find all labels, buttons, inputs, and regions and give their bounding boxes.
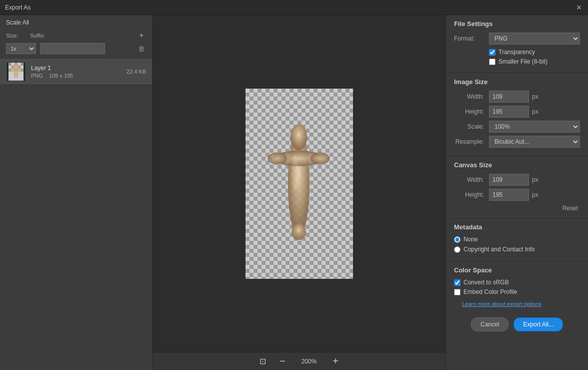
scale-all-title: Scale All xyxy=(6,19,29,26)
color-space-section: Color Space Convert to sRGB Embed Color … xyxy=(446,261,588,312)
canvas-height-label: Height: xyxy=(454,191,489,198)
metadata-copyright-label[interactable]: Copyright and Contact Info xyxy=(464,246,535,253)
svg-point-14 xyxy=(268,152,286,164)
metadata-section: Metadata None Copyright and Contact Info xyxy=(446,218,588,261)
titlebar: Export As ✕ xyxy=(0,0,588,15)
canvas-height-input[interactable] xyxy=(489,189,529,201)
metadata-none-row: None xyxy=(454,236,580,243)
scale-controls-row: 0.5x 1x 2x 3x 🗑 xyxy=(0,42,152,58)
canvas-width-unit: px xyxy=(532,176,538,183)
scale-all-header: Scale All xyxy=(0,15,152,29)
image-size-section: Image Size Width: px Height: px Scale: 2… xyxy=(446,73,588,156)
suffix-input[interactable] xyxy=(40,43,105,54)
metadata-none-label[interactable]: None xyxy=(464,236,478,243)
image-container xyxy=(246,89,353,279)
height-row: Height: px xyxy=(454,106,580,118)
svg-point-13 xyxy=(290,124,307,150)
file-settings-title: File Settings xyxy=(454,20,580,28)
resample-row: Resample: Bicubic Aut... Bicubic Bilinea… xyxy=(454,136,580,148)
embed-profile-row: Embed Color Profile xyxy=(454,288,580,295)
width-input[interactable] xyxy=(489,91,529,103)
transparency-label[interactable]: Transparency xyxy=(498,49,535,56)
width-row: Width: px xyxy=(454,91,580,103)
export-all-button[interactable]: Export All... xyxy=(514,317,563,331)
transparency-row: Transparency xyxy=(454,49,580,56)
scale-row: Scale: 25% 50% 75% 100% 200% xyxy=(454,121,580,133)
right-panel: File Settings Format: PNG JPEG GIF SVG W… xyxy=(446,15,588,370)
scale-dropdown[interactable]: 25% 50% 75% 100% 200% xyxy=(489,121,580,133)
layer-format-dimensions: PNG 109 x 195 xyxy=(31,73,122,79)
layer-item[interactable]: Layer 1 PNG 109 x 195 22.4 KB xyxy=(0,58,152,85)
layer-name: Layer 1 xyxy=(31,65,122,72)
metadata-copyright-radio[interactable] xyxy=(454,246,460,253)
add-scale-button[interactable]: + xyxy=(137,31,146,40)
canvas-height-row: Height: px xyxy=(454,189,580,201)
metadata-title: Metadata xyxy=(454,223,580,231)
footer-buttons: Cancel Export All... xyxy=(446,312,588,336)
reset-button[interactable]: Reset xyxy=(560,204,580,213)
convert-srgb-row: Convert to sRGB xyxy=(454,279,580,286)
delete-scale-icon[interactable]: 🗑 xyxy=(137,44,146,53)
scale-label: Scale: xyxy=(454,123,489,130)
layer-size: 22.4 KB xyxy=(126,69,146,75)
canvas-preview xyxy=(152,15,446,352)
format-row: Format: PNG JPEG GIF SVG WebP xyxy=(454,33,580,45)
width-label: Width: xyxy=(454,93,489,100)
embed-profile-label[interactable]: Embed Color Profile xyxy=(464,288,517,295)
image-overlay xyxy=(246,89,353,279)
canvas-width-row: Width: px xyxy=(454,174,580,186)
format-label: Format: xyxy=(454,35,489,42)
zoom-in-button[interactable]: + xyxy=(330,355,342,367)
transparency-checkbox[interactable] xyxy=(489,49,496,56)
smaller-file-checkbox[interactable] xyxy=(489,59,496,65)
canvas-size-section: Canvas Size Width: px Height: px Reset xyxy=(446,156,588,218)
center-canvas: ⊡ − 200% + xyxy=(152,15,446,370)
canvas-height-unit: px xyxy=(532,191,538,198)
image-size-title: Image Size xyxy=(454,78,580,86)
dialog-title: Export As xyxy=(5,4,575,11)
fit-screen-button[interactable]: ⊡ xyxy=(256,355,268,367)
learn-more-row: Learn more about export options xyxy=(454,300,580,307)
zoom-out-button[interactable]: − xyxy=(276,355,288,367)
scale-select[interactable]: 0.5x 1x 2x 3x xyxy=(6,43,36,54)
convert-srgb-checkbox[interactable] xyxy=(454,279,460,286)
reset-row: Reset xyxy=(454,204,580,213)
canvas-size-title: Canvas Size xyxy=(454,161,580,169)
cross-image-svg xyxy=(266,96,332,271)
svg-point-17 xyxy=(292,155,298,191)
height-unit: px xyxy=(532,108,538,115)
svg-rect-1 xyxy=(8,63,12,66)
smaller-file-label[interactable]: Smaller File (8-bit) xyxy=(498,58,548,65)
metadata-copyright-row: Copyright and Contact Info xyxy=(454,246,580,253)
resample-select[interactable]: Bicubic Aut... Bicubic Bilinear Nearest … xyxy=(489,136,580,148)
color-space-title: Color Space xyxy=(454,266,580,274)
format-select[interactable]: PNG JPEG GIF SVG WebP xyxy=(489,33,580,45)
layer-thumbnail xyxy=(6,62,26,82)
svg-point-16 xyxy=(292,223,306,240)
svg-rect-10 xyxy=(11,68,21,72)
canvas-width-input[interactable] xyxy=(489,174,529,186)
embed-profile-checkbox[interactable] xyxy=(454,289,460,295)
close-icon[interactable]: ✕ xyxy=(575,4,583,12)
learn-more-link[interactable]: Learn more about export options xyxy=(454,299,550,309)
main-layout: Scale All Size: Suffix: + 0.5x 1x 2x 3x … xyxy=(0,15,588,370)
zoom-level: 200% xyxy=(296,358,322,365)
size-label: Size: xyxy=(6,33,21,39)
svg-point-15 xyxy=(310,152,330,164)
height-input[interactable] xyxy=(489,106,529,118)
resample-label: Resample: xyxy=(454,138,489,145)
file-settings-section: File Settings Format: PNG JPEG GIF SVG W… xyxy=(446,15,588,73)
canvas-toolbar: ⊡ − 200% + xyxy=(152,352,446,370)
left-panel: Scale All Size: Suffix: + 0.5x 1x 2x 3x … xyxy=(0,15,152,370)
smaller-file-row: Smaller File (8-bit) xyxy=(454,58,580,65)
svg-rect-3 xyxy=(20,63,24,66)
metadata-none-radio[interactable] xyxy=(454,236,460,243)
convert-srgb-label[interactable]: Convert to sRGB xyxy=(464,279,509,286)
cancel-button[interactable]: Cancel xyxy=(471,317,508,331)
size-suffix-row: Size: Suffix: + xyxy=(0,29,152,42)
width-unit: px xyxy=(532,93,538,100)
canvas-width-label: Width: xyxy=(454,176,489,183)
height-label: Height: xyxy=(454,108,489,115)
layer-info: Layer 1 PNG 109 x 195 xyxy=(31,65,122,79)
suffix-label: Suffix: xyxy=(30,33,45,39)
